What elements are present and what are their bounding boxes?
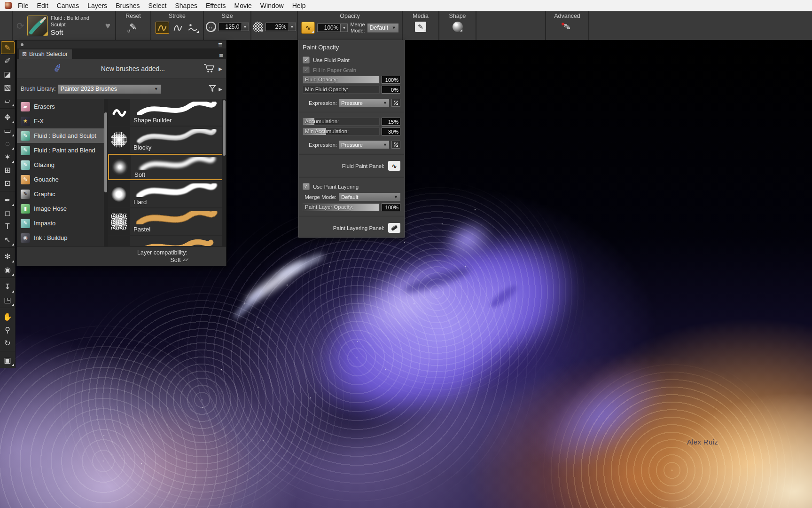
- variant-pastel[interactable]: Pastel: [108, 208, 226, 235]
- expression-select-2[interactable]: Pressure ▼: [339, 141, 389, 149]
- stroke-type-freehand-icon[interactable]: [156, 22, 169, 34]
- dab-preview-icon[interactable]: [187, 22, 199, 33]
- menu-layers[interactable]: Layers: [83, 0, 111, 11]
- tab-brush-selector[interactable]: ⊠ Brush Selector: [19, 49, 73, 59]
- gradient-tool-icon[interactable]: ▧: [1, 81, 15, 94]
- brush-refresh-icon[interactable]: ⟳: [16, 20, 24, 32]
- size-dropdown-icon[interactable]: ▼: [242, 23, 249, 31]
- menu-brushes[interactable]: Brushes: [111, 0, 144, 11]
- brush-tool-icon[interactable]: ✎: [1, 41, 15, 54]
- divine-proportion-tool-icon[interactable]: ↧: [1, 280, 15, 293]
- category-scrollbar[interactable]: [104, 99, 108, 246]
- size-icon[interactable]: ↔: [206, 22, 216, 32]
- screen-mode-tool-icon[interactable]: ▣: [1, 354, 15, 366]
- eraser-tool-icon[interactable]: ▱: [1, 94, 15, 107]
- variant-hard[interactable]: Hard: [108, 181, 226, 207]
- checkbox-checked-icon[interactable]: ✓: [303, 183, 310, 190]
- flyout-arrow-icon[interactable]: ▶: [219, 87, 222, 92]
- menu-help[interactable]: Help: [288, 0, 310, 11]
- variant-shape-builder[interactable]: Shape Builder: [108, 99, 226, 126]
- min-fluid-opacity-slider[interactable]: Min Fluid Opacity:: [303, 86, 380, 94]
- close-icon[interactable]: ⊠: [22, 51, 27, 57]
- text-tool-icon[interactable]: T: [1, 220, 15, 233]
- cloner-tool-icon[interactable]: ✻: [1, 250, 15, 263]
- category-fluid-paint-and-blend[interactable]: ✎Fluid : Paint and Blend: [17, 143, 108, 158]
- advanced-brush-icon[interactable]: ✎: [563, 21, 572, 33]
- rect-select-tool-icon[interactable]: ▭: [1, 124, 15, 137]
- shape-sphere-icon[interactable]: [453, 22, 463, 32]
- use-fluid-paint-row[interactable]: ✓ Use Fluid Paint: [303, 56, 400, 64]
- shape-selection-tool-icon[interactable]: ↖: [1, 233, 15, 246]
- checkbox-checked-icon[interactable]: ✓: [303, 56, 310, 64]
- menu-file[interactable]: File: [14, 0, 33, 11]
- menu-window[interactable]: Window: [256, 0, 288, 11]
- variant-blocky[interactable]: Blocky: [108, 127, 226, 153]
- rect-shape-tool-icon[interactable]: □: [1, 207, 15, 220]
- merge-mode-select[interactable]: Default▼: [367, 24, 398, 32]
- grain-dropdown-icon[interactable]: ▼: [289, 23, 296, 31]
- accumulation-slider[interactable]: Accumulation:: [303, 118, 380, 126]
- use-paint-layering-row[interactable]: ✓ Use Paint Layering: [303, 183, 400, 190]
- menu-movie[interactable]: Movie: [230, 0, 256, 11]
- menu-shapes[interactable]: Shapes: [171, 0, 201, 11]
- fluid-opacity-slider[interactable]: Fluid Opacity:: [303, 76, 380, 84]
- paint-layer-opacity-slider[interactable]: Paint Layer Opacity:: [303, 203, 380, 211]
- category-glazing[interactable]: ✎Glazing: [17, 158, 108, 172]
- shopping-cart-icon[interactable]: [203, 64, 215, 74]
- accumulation-value[interactable]: 15%: [382, 118, 400, 126]
- merge-mode-select[interactable]: Default ▼: [339, 193, 400, 201]
- rotate-page-tool-icon[interactable]: ↻: [1, 337, 15, 349]
- category-ink-buildup[interactable]: ◉Ink : Buildup: [17, 230, 108, 245]
- category-image-hose[interactable]: ▮Image Hose: [17, 201, 108, 216]
- paint-layer-opacity-value[interactable]: 100%: [382, 203, 400, 211]
- expression-settings-icon[interactable]: [391, 141, 400, 149]
- category-impasto[interactable]: ✎Impasto: [17, 216, 108, 230]
- reset-brush-icon[interactable]: ✎↺: [130, 22, 137, 32]
- grabber-hand-tool-icon[interactable]: ✋: [1, 310, 15, 323]
- selection-adjuster-tool-icon[interactable]: ⊞: [1, 164, 15, 176]
- opacity-dropdown-icon[interactable]: ▼: [341, 24, 348, 32]
- perspective-grid-tool-icon[interactable]: ◳: [1, 294, 15, 306]
- paint-bucket-tool-icon[interactable]: ◪: [1, 68, 15, 80]
- crop-tool-icon[interactable]: ⊡: [1, 177, 15, 190]
- scrollbar-thumb[interactable]: [223, 100, 226, 156]
- layer-adjuster-tool-icon[interactable]: ✥: [1, 111, 15, 124]
- new-brushes-banner[interactable]: ✐ New brushes added... ▶: [17, 59, 226, 79]
- opacity-value[interactable]: 100%: [317, 24, 341, 32]
- pen-tool-icon[interactable]: ✒: [1, 194, 15, 206]
- menu-canvas[interactable]: Canvas: [53, 0, 83, 11]
- stroke-type-straight-icon[interactable]: [172, 22, 184, 33]
- category-fx[interactable]: ★F-X: [17, 114, 108, 128]
- expression-settings-icon[interactable]: [391, 99, 400, 107]
- expression-select-1[interactable]: Pressure ▼: [339, 99, 389, 107]
- variant-partial-row[interactable]: [108, 236, 226, 246]
- media-icon[interactable]: ✎: [415, 22, 426, 32]
- menu-edit[interactable]: Edit: [33, 0, 53, 11]
- min-accumulation-slider[interactable]: Min Accumulation:: [303, 127, 380, 135]
- clone-source-tool-icon[interactable]: ◉: [1, 263, 15, 276]
- magic-wand-tool-icon[interactable]: ✶: [1, 151, 15, 163]
- painter-logo-icon[interactable]: [5, 2, 12, 9]
- category-graphic[interactable]: ✎Graphic: [17, 187, 108, 201]
- current-brush-thumbnail[interactable]: [27, 16, 48, 36]
- category-fluid-build-and-sculpt[interactable]: ✎Fluid : Build and Sculpt: [17, 128, 108, 143]
- scrollbar-thumb[interactable]: [104, 112, 107, 192]
- brush-library-select[interactable]: Painter 2023 Brushes ▼: [58, 85, 161, 94]
- magnifier-tool-icon[interactable]: ⚲: [1, 324, 15, 336]
- min-accumulation-value[interactable]: 30%: [382, 127, 400, 135]
- filter-funnel-icon[interactable]: [208, 84, 217, 94]
- variant-scrollbar[interactable]: [222, 99, 226, 246]
- fluid-opacity-value[interactable]: 100%: [382, 76, 400, 84]
- lasso-tool-icon[interactable]: ◌: [1, 137, 15, 150]
- menu-effects[interactable]: Effects: [202, 0, 230, 11]
- grain-value[interactable]: 25%: [265, 23, 289, 31]
- fluid-paint-panel-icon[interactable]: ∿: [388, 161, 400, 171]
- size-value[interactable]: 125.0: [219, 23, 242, 31]
- grain-icon[interactable]: [253, 22, 263, 32]
- tab-menu-icon[interactable]: ≡: [219, 52, 223, 59]
- menu-select[interactable]: Select: [144, 0, 171, 11]
- paint-layering-panel-icon[interactable]: [388, 223, 400, 233]
- variant-soft-selected[interactable]: Soft: [108, 154, 226, 180]
- category-erasers[interactable]: ▰Erasers: [17, 99, 108, 114]
- category-gouache[interactable]: ✎Gouache: [17, 172, 108, 187]
